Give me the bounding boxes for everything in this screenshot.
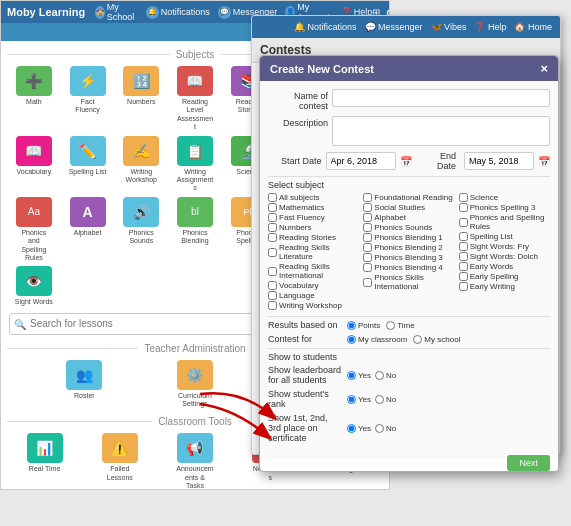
nav-my-school[interactable]: 🏫 My School <box>95 2 138 22</box>
leaderboard-no-radio[interactable] <box>375 371 384 380</box>
checkbox-all-subjects[interactable]: All subjects <box>268 193 359 202</box>
results-points-radio[interactable] <box>347 321 356 330</box>
checkbox-all-subjects-input[interactable] <box>268 193 277 202</box>
checkbox-phonics-skills-int[interactable]: Phonics Skills International <box>363 273 454 291</box>
checkbox-phonics-blending-3-input[interactable] <box>363 253 372 262</box>
leaderboard-yes-option[interactable]: Yes <box>347 371 371 380</box>
checkbox-spelling-list-input[interactable] <box>459 232 468 241</box>
end-date-input[interactable] <box>464 152 534 170</box>
contest-my-classroom-option[interactable]: My classroom <box>347 335 407 344</box>
checkbox-mathematics-input[interactable] <box>268 203 277 212</box>
checkbox-writing-workshop-input[interactable] <box>268 301 277 310</box>
top-no-option[interactable]: No <box>375 424 396 433</box>
checkbox-alphabet-input[interactable] <box>363 213 372 222</box>
rank-no-option[interactable]: No <box>375 395 396 404</box>
checkbox-foundational-reading[interactable]: Foundational Reading <box>363 193 454 202</box>
start-date-calendar-icon[interactable]: 📅 <box>400 156 412 167</box>
checkbox-science[interactable]: Science <box>459 193 550 202</box>
start-date-input[interactable] <box>326 152 396 170</box>
checkbox-spelling-list[interactable]: Spelling List <box>459 232 550 241</box>
checkbox-phonics-blending-4-input[interactable] <box>363 263 372 272</box>
checkbox-phonics-skills-int-input[interactable] <box>363 278 372 287</box>
subject-numbers[interactable]: 🔢 Numbers <box>116 66 166 132</box>
subject-writing-assignments[interactable]: 📋 Writing Assignments <box>170 136 220 193</box>
contests-messenger[interactable]: 💬 Messenger <box>365 22 423 32</box>
results-points-option[interactable]: Points <box>347 321 380 330</box>
end-date-calendar-icon[interactable]: 📅 <box>538 156 550 167</box>
modal-close-button[interactable]: × <box>540 62 548 75</box>
top-yes-option[interactable]: Yes <box>347 424 371 433</box>
tool-failed-lessons[interactable]: ⚠️ Failed Lessons <box>84 433 155 490</box>
checkbox-fast-fluency[interactable]: Fast Fluency <box>268 213 359 222</box>
rank-yes-option[interactable]: Yes <box>347 395 371 404</box>
subject-phonics-sounds[interactable]: 🔊 Phonics Sounds <box>116 197 166 263</box>
checkbox-social-studies-input[interactable] <box>363 203 372 212</box>
contest-my-school-radio[interactable] <box>413 335 422 344</box>
checkbox-foundational-reading-input[interactable] <box>363 193 372 202</box>
checkbox-vocabulary-input[interactable] <box>268 281 277 290</box>
checkbox-phonics-blending-3[interactable]: Phonics Blending 3 <box>363 253 454 262</box>
checkbox-fast-fluency-input[interactable] <box>268 213 277 222</box>
tool-announcements[interactable]: 📢 Announcements & Tasks <box>159 433 230 490</box>
checkbox-science-input[interactable] <box>459 193 468 202</box>
contests-home[interactable]: 🏠 Home <box>514 22 552 32</box>
next-button[interactable]: Next <box>507 455 550 471</box>
checkbox-early-writing-input[interactable] <box>459 282 468 291</box>
checkbox-numbers-input[interactable] <box>268 223 277 232</box>
contest-my-school-option[interactable]: My school <box>413 335 460 344</box>
checkbox-early-spelling[interactable]: Early Spelling <box>459 272 550 281</box>
subject-math[interactable]: ➕ Math <box>9 66 59 132</box>
checkbox-phonics-spelling-rules[interactable]: Phonics and Spelling Rules <box>459 213 550 231</box>
contest-name-input[interactable] <box>332 89 550 107</box>
tool-real-time[interactable]: 📊 Real Time <box>9 433 80 490</box>
checkbox-phonics-spelling-rules-input[interactable] <box>459 218 468 227</box>
contest-my-classroom-radio[interactable] <box>347 335 356 344</box>
subject-reading-level[interactable]: 📖 Reading Level Assessment <box>170 66 220 132</box>
checkbox-language[interactable]: Language <box>268 291 359 300</box>
nav-notifications[interactable]: 🔔 Notifications <box>146 6 210 19</box>
description-input[interactable] <box>332 116 550 146</box>
checkbox-numbers[interactable]: Numbers <box>268 223 359 232</box>
checkbox-vocabulary[interactable]: Vocabulary <box>268 281 359 290</box>
checkbox-reading-skills-lit[interactable]: Reading Skills Literature <box>268 243 359 261</box>
contests-notifications[interactable]: 🔔 Notifications <box>294 22 357 32</box>
checkbox-reading-stories[interactable]: Reading Stories <box>268 233 359 242</box>
checkbox-writing-workshop[interactable]: Writing Workshop <box>268 301 359 310</box>
contests-help[interactable]: ❓ Help <box>474 22 506 32</box>
checkbox-phonics-blending-2[interactable]: Phonics Blending 2 <box>363 243 454 252</box>
checkbox-early-words[interactable]: Early Words <box>459 262 550 271</box>
checkbox-reading-skills-int-input[interactable] <box>268 267 277 276</box>
checkbox-social-studies[interactable]: Social Studies <box>363 203 454 212</box>
leaderboard-no-option[interactable]: No <box>375 371 396 380</box>
checkbox-mathematics[interactable]: Mathematics <box>268 203 359 212</box>
rank-yes-radio[interactable] <box>347 395 356 404</box>
top-yes-radio[interactable] <box>347 424 356 433</box>
subject-vocabulary[interactable]: 📖 Vocabulary <box>9 136 59 193</box>
checkbox-alphabet[interactable]: Alphabet <box>363 213 454 222</box>
checkbox-phonics-sounds-input[interactable] <box>363 223 372 232</box>
subject-spelling[interactable]: ✏️ Spelling List <box>63 136 113 193</box>
leaderboard-yes-radio[interactable] <box>347 371 356 380</box>
subject-writing-workshop[interactable]: ✍️ Writing Workshop <box>116 136 166 193</box>
checkbox-sight-words-fry[interactable]: Sight Words: Fry <box>459 242 550 251</box>
subject-fact-fluency[interactable]: ⚡ Fact Fluency <box>63 66 113 132</box>
checkbox-early-spelling-input[interactable] <box>459 272 468 281</box>
checkbox-phonics-sounds[interactable]: Phonics Sounds <box>363 223 454 232</box>
checkbox-phonics-spelling-3-input[interactable] <box>459 203 468 212</box>
checkbox-reading-skills-int[interactable]: Reading Skills International <box>268 262 359 280</box>
checkbox-phonics-spelling-3[interactable]: Phonics Spelling 3 <box>459 203 550 212</box>
checkbox-phonics-blending-1-input[interactable] <box>363 233 372 242</box>
teacher-roster[interactable]: 👥 Roster <box>31 360 138 409</box>
subject-phonics-spelling-rules[interactable]: Aa Phonics and Spelling Rules <box>9 197 59 263</box>
subject-phonics-blending[interactable]: bl Phonics Blending <box>170 197 220 263</box>
checkbox-phonics-blending-2-input[interactable] <box>363 243 372 252</box>
checkbox-sight-words-dolch[interactable]: Sight Words: Dolch <box>459 252 550 261</box>
results-time-radio[interactable] <box>386 321 395 330</box>
checkbox-early-words-input[interactable] <box>459 262 468 271</box>
results-time-option[interactable]: Time <box>386 321 414 330</box>
contests-vibes[interactable]: 🦋 Vibes <box>431 22 467 32</box>
checkbox-reading-skills-lit-input[interactable] <box>268 248 277 257</box>
checkbox-sight-words-fry-input[interactable] <box>459 242 468 251</box>
checkbox-early-writing[interactable]: Early Writing <box>459 282 550 291</box>
checkbox-sight-words-dolch-input[interactable] <box>459 252 468 261</box>
